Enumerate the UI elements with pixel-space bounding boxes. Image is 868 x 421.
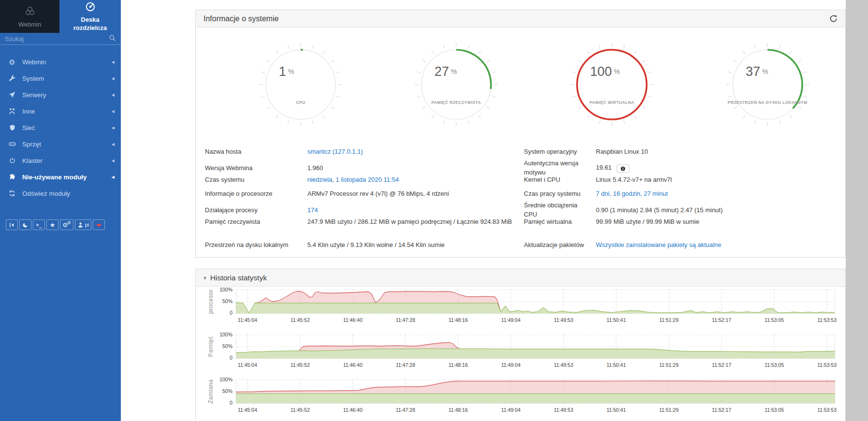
info-value[interactable]: niedziela, 1 listopada 2020 11:54 [307,175,524,184]
x-tick-label: 11:48:16 [448,407,468,413]
info-value[interactable]: smarticz (127.0.1.1) [307,147,524,156]
x-tick-label: 11:46:40 [343,317,362,323]
gear-icon: ⚙ [8,58,16,66]
y-tick-label: 100% [199,287,232,292]
night-mode-button[interactable] [19,219,31,230]
search-icon[interactable] [109,34,116,44]
refresh-icon[interactable] [827,13,839,25]
x-tick-label: 11:53:53 [817,407,837,413]
info-label: Działające procesy [205,205,307,215]
sidebar-item-sie[interactable]: Sieć◀ [0,119,121,136]
y-tick-label: 0 [199,310,232,316]
history-charts: procesor100%50%011:45:0411:45:5211:46:40… [196,287,845,421]
chevron-left-icon: ◀ [112,175,115,179]
gauges-row: 1% CPU 27% PAMIĘĆ RZECZYWISTA 100% PAMIĘ… [196,28,845,132]
gauge-unit: % [451,68,457,75]
terminal-button[interactable]: >_ [33,219,45,230]
info-value: 19.61 [596,163,838,173]
tools-icon [8,108,16,115]
x-tick-label: 11:52:17 [712,362,731,368]
sidebar-item-label: Sieć [22,124,112,131]
theme-info-badge[interactable] [617,164,629,173]
tab-dashboard[interactable]: Deska rozdzielcza [59,0,121,33]
sidebar-item-webmin[interactable]: ⚙Webmin◀ [0,54,121,70]
x-tick-label: 11:52:17 [712,317,731,323]
info-value[interactable]: Wszystkie zainstalowane pakiety są aktua… [596,240,838,249]
x-tick-label: 11:48:16 [448,317,468,323]
x-tick-label: 11:46:40 [343,362,362,368]
sidebar-item-serwery[interactable]: Serwery◀ [0,87,121,103]
sidebar-quick-buttons: >_★⚙⚙pi [0,219,121,230]
sidebar-item-sprz-t[interactable]: Sprzęt◀ [0,136,121,152]
sidebar-item-nie-u-ywane-modu-y[interactable]: Nie-używane moduły◀ [0,169,121,185]
x-tick-label: 11:52:17 [712,407,731,413]
table-row: Przestrzeń na dysku lokalnym5.4 Klin uży… [205,238,838,252]
puzzle-icon [8,174,16,180]
info-value[interactable]: 174 [307,205,524,215]
sidebar-item-label: System [22,75,112,82]
gauge-label: PRZESTRZEŃ NA DYSKU LOKALNYM [720,100,815,105]
sidebar-item-od-wie-modu-y[interactable]: Odśwież moduły [0,185,121,202]
logout-button[interactable] [93,219,105,230]
gauge-label: CPU [253,100,348,105]
theme-settings-button[interactable]: ⚙⚙ [60,219,73,230]
info-value[interactable]: 7 dni, 16 godzin, 27 minut [596,189,838,198]
info-label: Przestrzeń na dysku lokalnym [205,240,307,249]
system-info-header: Informacje o systemie [196,10,845,28]
harddrive-icon [8,141,16,147]
x-tick-label: 11:51:29 [659,317,679,323]
webmin-logo-icon [24,5,36,18]
wrench-icon [8,75,16,82]
history-panel: ▾ Historia statystyk procesor100%50%011:… [195,269,846,421]
gauge-value: 27% [434,64,457,79]
info-label: Czas systemu [205,175,307,184]
sidebar-tabs: Webmin Deska rozdzielcza [0,0,121,33]
sidebar-item-klaster[interactable]: Klaster◀ [0,152,121,169]
info-value: 99.99 MiB użyte / 99.99 MiB w sumie [596,217,838,226]
x-tick-label: 11:47:28 [396,317,415,323]
tab-dashboard-label: Deska rozdzielcza [64,15,117,32]
info-value: ARMv7 Processor rev 4 (v7l) @ 76 bMips, … [307,189,524,198]
refresh-icon [8,190,16,197]
tab-webmin[interactable]: Webmin [0,0,59,33]
x-tick-label: 11:45:52 [290,317,310,323]
chevron-left-icon: ◀ [112,93,115,97]
x-tick-label: 11:51:29 [659,362,679,368]
send-icon [8,91,16,98]
sidebar-item-inne[interactable]: Inne◀ [0,103,121,119]
info-label: Pamięć wirtualna [524,217,596,226]
x-tick-label: 11:45:04 [238,407,257,413]
x-tick-label: 11:49:04 [501,362,521,368]
gauge-value: 37% [746,64,768,79]
tab-webmin-label: Webmin [18,21,41,28]
terminal-icon: >_ [36,222,42,228]
x-tick-label: 11:49:04 [501,407,521,413]
system-info-table: Nazwa hostasmarticz (127.0.1.1)System op… [205,145,838,252]
info-value: 1.960 [307,163,524,173]
gauge-unit: % [288,68,294,75]
x-tick-label: 11:50:41 [607,317,626,323]
x-axis-labels: 11:45:0411:45:5211:46:4011:47:2811:48:16… [236,317,835,324]
x-tick-label: 11:45:04 [238,362,257,368]
chevron-left-icon: ◀ [112,76,115,81]
table-row: Czas systemuniedziela, 1 listopada 2020 … [205,173,838,187]
chart-plot-area [236,379,835,404]
favorites-button[interactable]: ★ [46,219,58,230]
gauge-label: PAMIĘĆ RZECZYWISTA [409,100,504,105]
collapse-sidebar-button[interactable] [6,219,18,230]
history-chart-pami: Pamięć100%50%011:45:0411:45:5211:46:4011… [196,334,845,379]
x-tick-label: 11:50:41 [607,407,626,413]
history-header[interactable]: ▾ Historia statystyk [196,269,845,287]
sidebar-item-label: Inne [22,108,112,115]
search-input[interactable] [5,35,109,43]
collapse-caret-icon[interactable]: ▾ [203,275,206,281]
info-label: System operacyjny [524,147,596,156]
gauge-dial [720,37,815,132]
y-tick-label: 50% [199,298,232,304]
x-tick-label: 11:46:40 [343,407,362,413]
x-axis-labels: 11:45:0411:45:5211:46:4011:47:2811:48:16… [236,407,835,414]
sidebar-item-system[interactable]: System◀ [0,70,121,87]
user-button[interactable]: pi [75,219,92,230]
gauge-cpu: 1% CPU [223,37,378,132]
history-title: Historia statystyk [210,274,267,282]
